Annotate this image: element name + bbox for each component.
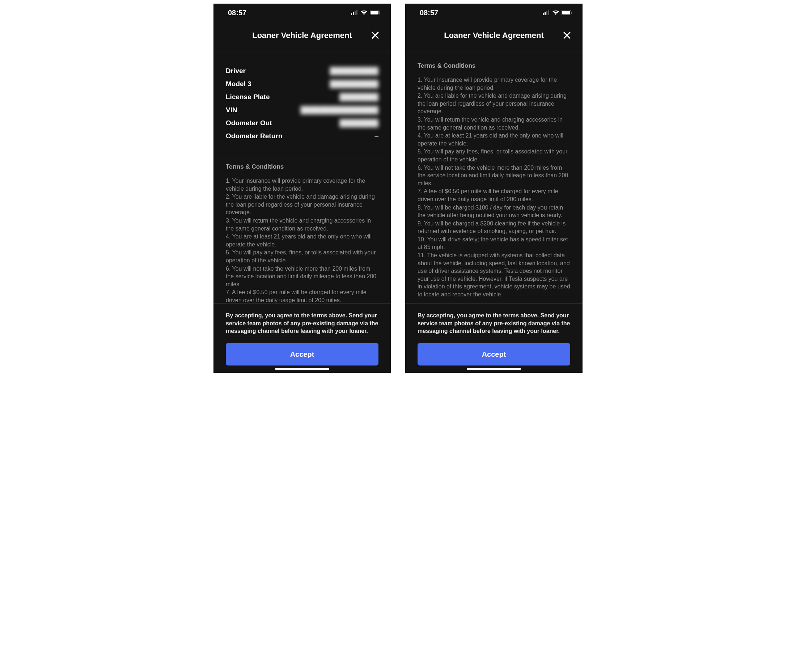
status-bar: 08:57 [213, 3, 391, 21]
status-time: 08:57 [228, 9, 246, 17]
accept-button[interactable]: Accept [417, 343, 570, 365]
svg-rect-1 [353, 12, 354, 15]
battery-icon [561, 9, 572, 17]
detail-value: – [374, 132, 379, 140]
svg-rect-7 [543, 13, 544, 15]
page-title: Loaner Vehicle Agreement [252, 31, 352, 40]
vehicle-details: Driver██████████ Model 3██████████ Licen… [213, 51, 391, 153]
detail-row-odometer-return: Odometer Return– [226, 130, 379, 142]
footer: By accepting, you agree to the terms abo… [405, 303, 583, 373]
detail-value: ████████ [339, 119, 379, 127]
wifi-icon [552, 9, 559, 17]
term-item: 1. Your insurance will provide primary c… [417, 76, 570, 91]
content-scroll[interactable]: Terms & Conditions 1. Your insurance wil… [405, 51, 583, 303]
detail-label: Odometer Out [226, 119, 272, 127]
detail-value: ████████████████ [300, 106, 379, 114]
term-item: 1. Your insurance will provide primary c… [226, 177, 379, 192]
footer: By accepting, you agree to the terms abo… [213, 303, 391, 373]
svg-rect-12 [562, 11, 570, 14]
term-item: 5. You will pay any fees, fines, or toll… [417, 148, 570, 163]
term-item: 2. You are liable for the vehicle and da… [417, 92, 570, 115]
term-item: 6. You will not take the vehicle more th… [417, 164, 570, 187]
term-item: 10. You will drive safely; the vehicle h… [417, 235, 570, 251]
terms-section: Terms & Conditions 1. Your insurance wil… [213, 153, 391, 303]
wifi-icon [360, 9, 368, 17]
svg-rect-5 [371, 11, 379, 14]
terms-heading: Terms & Conditions [226, 163, 379, 170]
detail-row-driver: Driver██████████ [226, 64, 379, 77]
status-time: 08:57 [420, 9, 438, 17]
page-title: Loaner Vehicle Agreement [444, 31, 544, 40]
detail-value: ██████████ [329, 80, 379, 88]
detail-value: ████████ [339, 93, 379, 101]
term-item: 8. You will be charged $100 / day for ea… [417, 204, 570, 219]
term-item: 4. You are at least 21 years old and the… [417, 132, 570, 147]
svg-rect-13 [571, 11, 572, 14]
modal-header: Loaner Vehicle Agreement [213, 21, 391, 51]
cellular-signal-icon [543, 9, 550, 17]
content-scroll[interactable]: Driver██████████ Model 3██████████ Licen… [213, 51, 391, 303]
detail-row-odometer-out: Odometer Out████████ [226, 117, 379, 130]
status-bar: 08:57 [405, 3, 583, 21]
detail-label: Model 3 [226, 80, 251, 88]
detail-label: Odometer Return [226, 132, 282, 140]
status-icons [351, 9, 380, 17]
home-indicator[interactable] [275, 368, 329, 370]
terms-heading: Terms & Conditions [417, 62, 570, 69]
svg-rect-3 [356, 10, 358, 15]
svg-rect-9 [546, 11, 547, 15]
term-item: 7. A fee of $0.50 per mile will be charg… [226, 288, 379, 303]
svg-rect-2 [355, 11, 356, 15]
svg-rect-10 [548, 10, 549, 15]
detail-value: ██████████ [329, 67, 379, 75]
detail-label: License Plate [226, 93, 270, 101]
terms-section: Terms & Conditions 1. Your insurance wil… [405, 51, 583, 302]
detail-row-vin: VIN████████████████ [226, 104, 379, 117]
accept-button[interactable]: Accept [226, 343, 379, 365]
svg-rect-6 [380, 11, 380, 14]
term-item: 3. You will return the vehicle and charg… [226, 217, 379, 232]
footer-disclaimer: By accepting, you agree to the terms abo… [417, 312, 570, 335]
home-indicator[interactable] [467, 368, 521, 370]
footer-disclaimer: By accepting, you agree to the terms abo… [226, 312, 379, 335]
term-item: 9. You will be charged a $200 cleaning f… [417, 220, 570, 235]
close-button[interactable] [370, 30, 380, 42]
svg-rect-0 [351, 13, 352, 15]
modal-header: Loaner Vehicle Agreement [405, 21, 583, 51]
term-item: 6. You will not take the vehicle more th… [226, 265, 379, 288]
term-item: 7. A fee of $0.50 per mile will be charg… [417, 187, 570, 203]
detail-row-plate: License Plate████████ [226, 90, 379, 104]
term-item: 5. You will pay any fees, fines, or toll… [226, 249, 379, 264]
term-item: 3. You will return the vehicle and charg… [417, 116, 570, 131]
close-icon [371, 35, 379, 40]
term-item: 4. You are at least 21 years old and the… [226, 233, 379, 248]
term-item: 2. You are liable for the vehicle and da… [226, 193, 379, 216]
phone-screenshot-2: 08:57 Loaner Vehicle Agreement Terms & C… [405, 3, 583, 373]
detail-row-model: Model 3██████████ [226, 77, 379, 90]
detail-label: VIN [226, 106, 237, 114]
close-icon [563, 35, 571, 40]
detail-label: Driver [226, 67, 246, 75]
battery-icon [370, 9, 380, 17]
status-icons [543, 9, 572, 17]
phone-screenshot-1: 08:57 Loaner Vehicle Agreement Driver███… [213, 3, 391, 373]
svg-rect-8 [545, 12, 546, 15]
term-item: 11. The vehicle is equipped with systems… [417, 251, 570, 299]
close-button[interactable] [561, 30, 572, 42]
cellular-signal-icon [351, 9, 358, 17]
